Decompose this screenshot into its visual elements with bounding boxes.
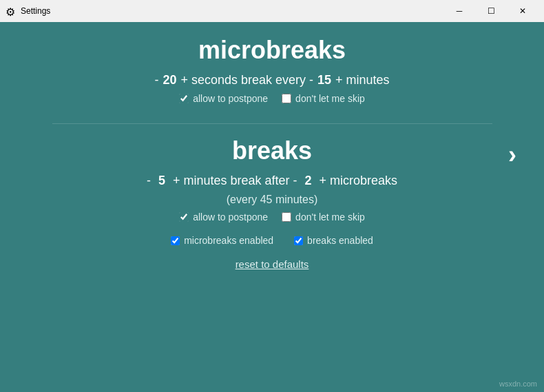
- microbreaks-desc-part3: + minutes: [335, 73, 390, 87]
- microbreaks-section: microbreaks - 20 + seconds break every -…: [28, 36, 516, 104]
- microbreaks-desc-part2: + seconds break every -: [180, 73, 313, 87]
- microbreaks-seconds-value: 20: [163, 73, 176, 87]
- close-button[interactable]: ✕: [507, 0, 538, 22]
- breaks-controls: allow to postpone don't let me skip: [28, 212, 516, 223]
- microbreaks-allow-postpone-text: allow to postpone: [193, 93, 268, 104]
- microbreaks-desc-part1: -: [154, 73, 158, 87]
- microbreaks-enabled-text: microbreaks enabled: [184, 235, 273, 246]
- minimize-button[interactable]: ─: [443, 0, 475, 22]
- breaks-desc-part2: + minutes break after -: [173, 174, 297, 188]
- window-title: Settings: [21, 6, 443, 16]
- microbreaks-enabled-label[interactable]: microbreaks enabled: [171, 235, 273, 246]
- watermark: wsxdn.com: [499, 380, 537, 388]
- breaks-minutes-value: 5: [155, 174, 169, 188]
- microbreaks-controls: allow to postpone don't let me skip: [28, 93, 516, 104]
- breaks-microbreaks-value: 2: [302, 174, 315, 188]
- microbreaks-title: microbreaks: [28, 36, 516, 65]
- section-divider: [52, 123, 492, 124]
- breaks-desc-part3: + microbreaks: [320, 174, 398, 188]
- microbreaks-enabled-checkbox[interactable]: [171, 236, 180, 245]
- breaks-title: breaks: [232, 136, 312, 165]
- reset-defaults-button[interactable]: reset to defaults: [236, 258, 309, 270]
- microbreaks-dont-skip-checkbox[interactable]: [282, 94, 291, 103]
- window-controls: ─ ☐ ✕: [443, 0, 538, 22]
- breaks-allow-postpone-text: allow to postpone: [193, 212, 268, 223]
- enabled-row: microbreaks enabled breaks enabled: [28, 235, 516, 246]
- breaks-dont-skip-text: don't let me skip: [295, 212, 365, 223]
- microbreaks-minutes-value: 15: [317, 73, 331, 87]
- breaks-allow-postpone-label[interactable]: allow to postpone: [179, 212, 268, 223]
- title-bar: ⚙ Settings ─ ☐ ✕: [0, 0, 544, 22]
- app-icon: ⚙: [6, 6, 17, 17]
- microbreaks-allow-postpone-checkbox[interactable]: [179, 94, 189, 103]
- microbreaks-allow-postpone-label[interactable]: allow to postpone: [179, 93, 268, 104]
- breaks-title-row: breaks ›: [28, 136, 516, 174]
- breaks-enabled-text: breaks enabled: [307, 235, 373, 246]
- breaks-desc-part1: -: [147, 174, 151, 188]
- breaks-dont-skip-checkbox[interactable]: [282, 212, 291, 222]
- breaks-dont-skip-label[interactable]: don't let me skip: [282, 212, 365, 223]
- bottom-section: microbreaks enabled breaks enabled reset…: [28, 235, 516, 271]
- maximize-button[interactable]: ☐: [475, 0, 507, 22]
- breaks-enabled-checkbox[interactable]: [294, 236, 303, 245]
- breaks-description: - 5 + minutes break after - 2 + microbre…: [28, 174, 516, 188]
- microbreaks-dont-skip-label[interactable]: don't let me skip: [282, 93, 365, 104]
- breaks-every-desc: (every 45 minutes): [28, 194, 516, 206]
- chevron-right-icon[interactable]: ›: [508, 143, 516, 167]
- microbreaks-dont-skip-text: don't let me skip: [295, 93, 365, 104]
- breaks-section: breaks › - 5 + minutes break after - 2 +…: [28, 136, 516, 223]
- main-content: microbreaks - 20 + seconds break every -…: [0, 22, 544, 392]
- breaks-allow-postpone-checkbox[interactable]: [179, 212, 189, 222]
- microbreaks-description: - 20 + seconds break every - 15 + minute…: [28, 73, 516, 87]
- breaks-enabled-label[interactable]: breaks enabled: [294, 235, 373, 246]
